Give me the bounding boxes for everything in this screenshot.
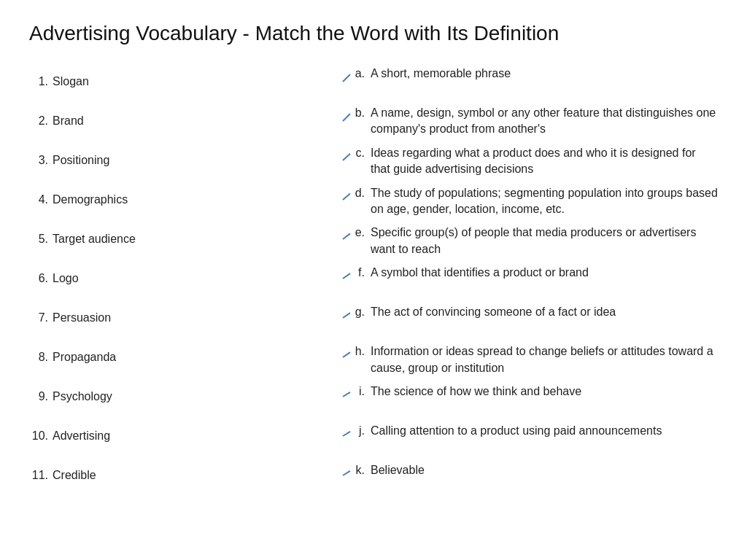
def-text: A short, memorable phrase — [371, 66, 718, 82]
word-label: Persuasion — [53, 311, 147, 324]
word-row: 11. Credible — [29, 459, 343, 491]
def-letter: g. — [350, 304, 371, 319]
word-number: 5. — [29, 233, 53, 246]
definition-row: j. Calling attention to a product using … — [350, 423, 718, 455]
def-text: Calling attention to a product using pai… — [371, 423, 718, 439]
def-letter: f. — [350, 265, 371, 279]
word-number: 6. — [29, 272, 53, 285]
page-title: Advertising Vocabulary - Match the Word … — [29, 22, 718, 45]
def-letter: h. — [350, 343, 371, 358]
matching-line — [147, 120, 343, 122]
word-number: 2. — [29, 114, 53, 128]
word-row: 9. Psychology — [29, 381, 343, 413]
word-label: Credible — [53, 469, 147, 482]
word-label: Slogan — [53, 75, 147, 88]
word-number: 1. — [29, 75, 53, 88]
word-label: Logo — [53, 272, 147, 285]
def-text: The study of populations; segmenting pop… — [371, 185, 718, 218]
word-number: 4. — [29, 193, 53, 206]
matching-line — [147, 317, 343, 319]
def-letter: i. — [350, 384, 371, 398]
definition-row: f. A symbol that identifies a product or… — [350, 265, 718, 297]
word-number: 3. — [29, 154, 53, 167]
def-letter: j. — [350, 423, 371, 438]
def-text: The act of convincing someone of a fact … — [371, 304, 718, 320]
word-label: Target audience — [53, 233, 147, 246]
word-label: Advertising — [53, 429, 147, 443]
word-row: 1. Slogan — [29, 66, 343, 98]
definition-row: c. Ideas regarding what a product does a… — [350, 145, 718, 178]
word-row: 5. Target audience — [29, 223, 343, 255]
def-text: Believable — [371, 462, 718, 478]
def-letter: b. — [350, 105, 371, 120]
definition-row: k. Believable — [350, 462, 718, 494]
word-number: 10. — [29, 429, 53, 443]
word-label: Propaganda — [53, 351, 147, 364]
def-text: Specific group(s) of people that media p… — [371, 225, 718, 257]
word-label: Demographics — [53, 193, 147, 206]
matching-line — [147, 396, 343, 397]
word-label: Psychology — [53, 390, 147, 403]
def-text: Ideas regarding what a product does and … — [371, 145, 718, 178]
word-number: 7. — [29, 311, 53, 324]
definition-row: d. The study of populations; segmenting … — [350, 185, 718, 218]
word-label: Brand — [53, 114, 147, 128]
word-row: 10. Advertising — [29, 420, 343, 452]
definition-row: i. The science of how we think and behav… — [350, 384, 718, 416]
word-label: Positioning — [53, 154, 147, 167]
word-row: 3. Positioning — [29, 144, 343, 176]
def-text: A symbol that identifies a product or br… — [371, 265, 718, 281]
word-row: 6. Logo — [29, 262, 343, 295]
matching-line — [147, 81, 343, 82]
def-letter: d. — [350, 185, 371, 200]
word-row: 4. Demographics — [29, 184, 343, 216]
def-text: A name, design, symbol or any other feat… — [371, 105, 718, 138]
definition-row: a. A short, memorable phrase — [350, 66, 718, 98]
definition-row: e. Specific group(s) of people that medi… — [350, 225, 718, 257]
matching-line — [147, 357, 343, 358]
matching-line — [147, 199, 343, 201]
word-row: 7. Persuasion — [29, 302, 343, 334]
def-letter: a. — [350, 66, 371, 80]
matching-line — [147, 160, 343, 161]
def-text: The science of how we think and behave — [371, 384, 718, 400]
def-letter: c. — [350, 145, 371, 160]
def-letter: e. — [350, 225, 371, 239]
def-letter: k. — [350, 462, 371, 477]
matching-line — [147, 475, 343, 476]
word-number: 8. — [29, 351, 53, 364]
matching-line — [147, 435, 343, 437]
def-text: Information or ideas spread to change be… — [371, 343, 718, 376]
matching-line — [147, 278, 343, 279]
definition-row: g. The act of convincing someone of a fa… — [350, 304, 718, 336]
matching-line — [147, 238, 343, 240]
word-row: 8. Propaganda — [29, 341, 343, 373]
word-number: 9. — [29, 390, 53, 403]
word-number: 11. — [29, 469, 53, 482]
definition-row: h. Information or ideas spread to change… — [350, 343, 718, 376]
definition-row: b. A name, design, symbol or any other f… — [350, 105, 718, 138]
word-row: 2. Brand — [29, 105, 343, 137]
